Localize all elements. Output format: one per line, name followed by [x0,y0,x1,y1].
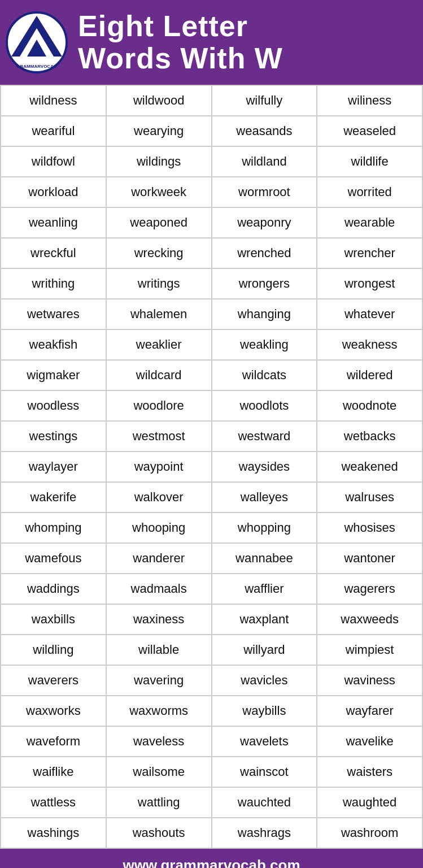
word-cell: westward [212,422,318,452]
word-cell: walkover [107,483,212,513]
word-cell: westmost [107,422,212,452]
word-cell: wrencher [317,238,423,269]
header: GRAMMARVOCAB Eight Letter Words With W [0,0,423,85]
word-cell: waverers [1,666,107,696]
word-cell: whosises [317,513,423,544]
word-cell: weakfish [1,330,107,361]
word-cell: wildered [317,361,423,391]
word-cell: wearying [107,116,212,147]
word-cell: writings [107,269,212,300]
word-cell: whopping [212,513,318,544]
word-cell: wafflier [212,574,318,605]
word-cell: waiflike [1,757,107,788]
word-cell: weariful [1,116,107,147]
word-cell: waveless [107,727,212,757]
word-cell: wauchted [212,788,318,818]
word-cell: wavelets [212,727,318,757]
word-cell: wigmaker [1,361,107,391]
word-cell: woodnote [317,391,423,422]
word-cell: weakened [317,452,423,483]
word-cell: wayfarer [317,696,423,727]
word-cell: waddings [1,574,107,605]
word-cell: weaponry [212,208,318,238]
word-cell: wrenched [212,238,318,269]
word-cell: wildland [212,147,318,177]
word-cell: wildfowl [1,147,107,177]
word-cell: wildcats [212,361,318,391]
word-cell: weasands [212,116,318,147]
word-cell: willyard [212,635,318,666]
word-cell: wildwood [107,86,212,116]
word-cell: weanling [1,208,107,238]
word-cell: wildness [1,86,107,116]
word-cell: washroom [317,818,423,849]
word-cell: waxplant [212,605,318,635]
word-cell: whanging [212,300,318,330]
grammarvocab-logo: GRAMMARVOCAB [6,11,68,73]
word-cell: waylayer [1,452,107,483]
word-cell: waxworks [1,696,107,727]
word-cell: wadmaals [107,574,212,605]
word-cell: workweek [107,177,212,208]
word-cell: workload [1,177,107,208]
word-cell: wilfully [212,86,318,116]
word-cell: whatever [317,300,423,330]
word-cell: waybills [212,696,318,727]
word-cell: wavering [107,666,212,696]
word-cell: wakerife [1,483,107,513]
word-cell: wrecking [107,238,212,269]
word-cell: wreckful [1,238,107,269]
footer-url: www.grammarvocab.com [123,857,300,868]
word-cell: wimpiest [317,635,423,666]
word-cell: wearable [317,208,423,238]
word-cell: waxbills [1,605,107,635]
word-cell: wrongers [212,269,318,300]
word-cell: wildings [107,147,212,177]
word-cell: wetbacks [317,422,423,452]
word-cell: wanderer [107,544,212,574]
words-grid: wildnesswildwoodwilfullywilinessweariful… [0,85,423,849]
word-cell: weakness [317,330,423,361]
word-cell: whomping [1,513,107,544]
word-cell: waypoint [107,452,212,483]
word-cell: waxworms [107,696,212,727]
word-cell: waysides [212,452,318,483]
word-cell: waxiness [107,605,212,635]
word-cell: wildcard [107,361,212,391]
word-cell: woodless [1,391,107,422]
word-cell: wiliness [317,86,423,116]
word-cell: whooping [107,513,212,544]
word-cell: wainscot [212,757,318,788]
word-cell: wetwares [1,300,107,330]
footer: www.grammarvocab.com [0,849,423,868]
word-cell: worrited [317,177,423,208]
word-cell: westings [1,422,107,452]
word-cell: woodlots [212,391,318,422]
word-cell: wormroot [212,177,318,208]
word-cell: washings [1,818,107,849]
word-cell: writhing [1,269,107,300]
word-cell: waviness [317,666,423,696]
word-cell: wannabee [212,544,318,574]
word-cell: wailsome [107,757,212,788]
word-cell: wrongest [317,269,423,300]
word-cell: woodlore [107,391,212,422]
word-cell: waisters [317,757,423,788]
word-cell: wantoner [317,544,423,574]
word-cell: wattless [1,788,107,818]
word-cell: washouts [107,818,212,849]
word-cell: wildling [1,635,107,666]
word-cell: washrags [212,818,318,849]
header-title: Eight Letter Words With W [78,10,283,75]
word-cell: wagerers [317,574,423,605]
word-cell: willable [107,635,212,666]
word-cell: wamefous [1,544,107,574]
word-cell: walleyes [212,483,318,513]
word-cell: walruses [317,483,423,513]
word-cell: weaseled [317,116,423,147]
word-cell: waughted [317,788,423,818]
word-cell: weaponed [107,208,212,238]
word-cell: wavicles [212,666,318,696]
svg-text:GRAMMARVOCAB: GRAMMARVOCAB [16,64,57,69]
word-cell: wavelike [317,727,423,757]
